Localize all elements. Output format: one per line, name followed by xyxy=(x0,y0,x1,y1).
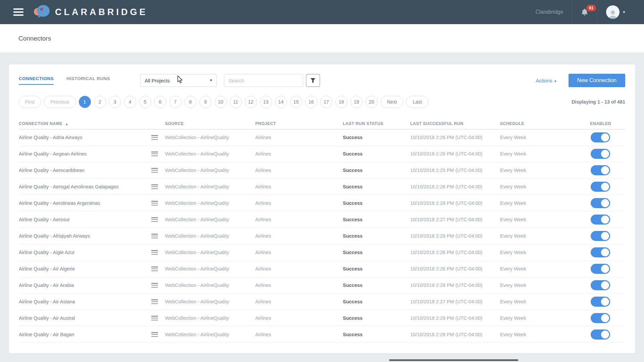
enabled-toggle[interactable] xyxy=(591,182,610,192)
pagination-page-button[interactable]: 19 xyxy=(351,96,363,108)
pagination-page-button[interactable]: 2 xyxy=(94,96,106,108)
pagination-first-button[interactable]: First xyxy=(19,96,41,108)
row-menu-icon[interactable] xyxy=(151,201,158,205)
column-header-last-successful-run[interactable]: LAST SUCCESSFUL RUN xyxy=(410,121,500,126)
pagination-last-button[interactable]: Last xyxy=(406,96,428,108)
enabled-toggle[interactable] xyxy=(591,297,610,307)
connection-name-cell[interactable]: Airline Quality - Aegean Airlines xyxy=(19,151,151,157)
table-row: Airline Quality - Air Astana WebCollecti… xyxy=(19,294,625,310)
pagination-page-button[interactable]: 11 xyxy=(230,96,242,108)
table-row: Airline Quality - Aegean Airlines WebCol… xyxy=(19,146,625,162)
connection-name-cell[interactable]: Airline Quality - Aerocaribbean xyxy=(19,168,151,173)
connection-name-cell[interactable]: Airline Quality - Aerolineas Argentinas xyxy=(19,200,151,206)
project-cell: Airlines xyxy=(255,250,343,255)
schedule-cell: Every Week xyxy=(500,184,590,189)
project-cell: Airlines xyxy=(255,151,343,157)
row-menu-icon[interactable] xyxy=(151,316,158,320)
pagination-page-button[interactable]: 6 xyxy=(154,96,166,108)
column-header-schedule[interactable]: SCHEDULE xyxy=(500,121,590,126)
pagination-previous-button[interactable]: Previous xyxy=(44,96,75,108)
pagination-page-button[interactable]: 5 xyxy=(139,96,151,108)
connection-name-cell[interactable]: Airline Quality - Aigle Azur xyxy=(19,250,151,255)
row-menu-icon[interactable] xyxy=(151,332,158,337)
row-menu-icon[interactable] xyxy=(151,152,158,156)
last-successful-run-cell: 10/10/2018 2:28 PM (UTC-04:00) xyxy=(410,200,500,206)
enabled-toggle[interactable] xyxy=(591,132,610,142)
last-successful-run-cell: 10/10/2018 2:26 PM (UTC-04:00) xyxy=(410,266,500,272)
row-menu-icon[interactable] xyxy=(151,184,158,189)
column-header-connection-name[interactable]: CONNECTION NAME▲ xyxy=(19,121,165,126)
table-row: Airline Quality - Air Austral WebCollect… xyxy=(19,310,625,326)
row-menu-icon[interactable] xyxy=(151,250,158,255)
column-header-last-run-status[interactable]: LAST RUN STATUS xyxy=(343,121,410,126)
schedule-cell: Every Week xyxy=(500,266,590,272)
filter-button[interactable] xyxy=(306,74,320,87)
source-cell: WebCollection - AirlineQuality xyxy=(165,299,255,304)
avatar xyxy=(606,5,620,19)
pagination-page-button[interactable]: 16 xyxy=(305,96,317,108)
enabled-toggle[interactable] xyxy=(591,215,610,225)
connection-name-cell[interactable]: Airline Quality - Air Austral xyxy=(19,315,151,321)
enabled-toggle[interactable] xyxy=(591,264,610,274)
pagination-page-button[interactable]: 7 xyxy=(169,96,181,108)
enabled-toggle[interactable] xyxy=(591,198,610,208)
pagination-page-button[interactable]: 20 xyxy=(366,96,378,108)
new-connection-button[interactable]: New Connection xyxy=(569,74,625,87)
enabled-toggle[interactable] xyxy=(591,231,610,241)
search-input[interactable] xyxy=(224,74,303,87)
row-menu-icon[interactable] xyxy=(151,217,158,222)
row-menu-icon[interactable] xyxy=(151,168,158,173)
enabled-toggle[interactable] xyxy=(591,149,610,159)
connection-name-cell[interactable]: Airline Quality - Air Astana xyxy=(19,299,151,304)
connection-name-cell[interactable]: Airline Quality - Aerogal Aerolineas Gal… xyxy=(19,184,151,189)
page-header: Connectors xyxy=(0,24,644,53)
project-filter-select[interactable]: All Projects ▼ xyxy=(140,74,217,87)
pagination-page-button[interactable]: 9 xyxy=(200,96,212,108)
schedule-cell: Every Week xyxy=(500,299,590,304)
pagination-page-button[interactable]: 3 xyxy=(109,96,121,108)
chevron-down-icon: ▼ xyxy=(622,10,626,14)
row-menu-icon[interactable] xyxy=(151,283,158,288)
enabled-toggle[interactable] xyxy=(591,329,610,340)
pagination-next-button[interactable]: Next xyxy=(381,96,404,108)
connection-name-cell[interactable]: Airline Quality - Air Arabia xyxy=(19,283,151,288)
connection-name-cell[interactable]: Airline Quality - Air Algerie xyxy=(19,266,151,272)
connection-name-cell[interactable]: Airline Quality - Afriqiyah Airways xyxy=(19,233,151,239)
enabled-toggle[interactable] xyxy=(591,165,610,175)
source-cell: WebCollection - AirlineQuality xyxy=(165,266,255,272)
tab-connections[interactable]: CONNECTIONS xyxy=(19,76,54,85)
user-menu[interactable]: ▼ xyxy=(597,0,635,24)
row-menu-icon[interactable] xyxy=(151,234,158,238)
column-header-project[interactable]: PROJECT xyxy=(255,121,343,126)
row-menu-icon[interactable] xyxy=(151,299,158,304)
hamburger-menu-icon[interactable] xyxy=(13,8,23,16)
pagination-page-button[interactable]: 10 xyxy=(215,96,227,108)
pagination-page-button[interactable]: 1 xyxy=(79,96,91,108)
row-menu-icon[interactable] xyxy=(151,135,158,140)
connection-name-cell[interactable]: Airline Quality - Aerosur xyxy=(19,217,151,222)
pagination-page-button[interactable]: 14 xyxy=(275,96,287,108)
last-successful-run-cell: 10/10/2018 2:27 PM (UTC-04:00) xyxy=(410,217,500,222)
last-run-status-cell: Success xyxy=(343,283,410,288)
pagination-page-button[interactable]: 4 xyxy=(124,96,136,108)
enabled-toggle[interactable] xyxy=(591,247,610,257)
actions-dropdown[interactable]: Actions ▼ xyxy=(536,78,557,83)
pagination-page-button[interactable]: 12 xyxy=(245,96,257,108)
enabled-toggle[interactable] xyxy=(591,313,610,323)
pagination-page-button[interactable]: 15 xyxy=(290,96,302,108)
connection-name-cell[interactable]: Airline Quality - Adria Airways xyxy=(19,135,151,140)
pagination-page-button[interactable]: 17 xyxy=(320,96,332,108)
pagination-page-button[interactable]: 18 xyxy=(335,96,347,108)
pagination-page-button[interactable]: 8 xyxy=(184,96,197,108)
notifications-button[interactable]: 61 xyxy=(581,8,588,16)
pagination-page-button[interactable]: 13 xyxy=(260,96,272,108)
last-successful-run-cell: 10/10/2018 2:28 PM (UTC-04:00) xyxy=(410,283,500,288)
column-header-source[interactable]: SOURCE xyxy=(165,121,255,126)
last-run-status-cell: Success xyxy=(343,250,410,255)
connection-name-cell[interactable]: Airline Quality - Air Bagan xyxy=(19,332,151,337)
last-successful-run-cell: 10/10/2018 2:25 PM (UTC-04:00) xyxy=(410,168,500,173)
row-menu-icon[interactable] xyxy=(151,266,158,271)
enabled-toggle[interactable] xyxy=(591,280,610,290)
tab-historical-runs[interactable]: HISTORICAL RUNS xyxy=(66,76,110,85)
column-header-enabled[interactable]: ENABLED xyxy=(590,121,625,126)
